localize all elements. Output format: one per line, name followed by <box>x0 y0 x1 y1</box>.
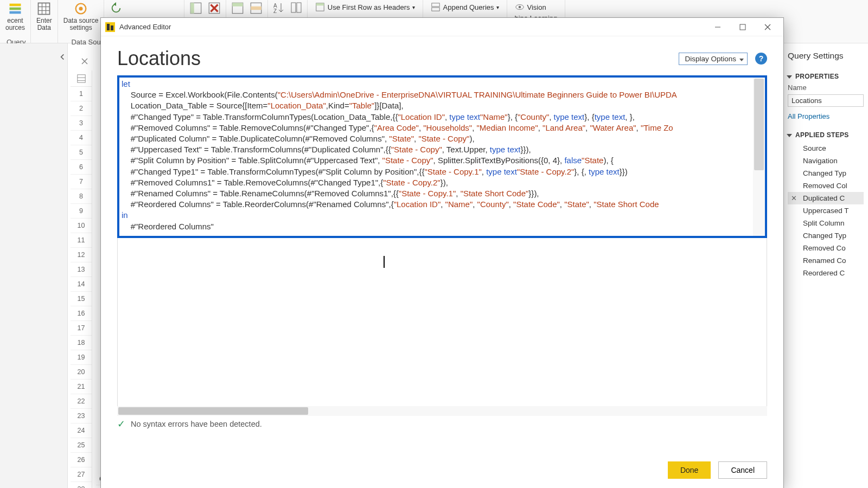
applied-step[interactable]: Removed Col <box>788 179 864 192</box>
svg-rect-0 <box>10 4 21 7</box>
enter-data-icon <box>36 1 52 16</box>
svg-rect-25 <box>291 3 296 12</box>
svg-rect-26 <box>297 3 301 12</box>
done-button[interactable]: Done <box>668 461 711 479</box>
row-number[interactable]: 17 <box>71 321 92 336</box>
applied-step[interactable]: Changed Typ <box>788 229 864 242</box>
powerbi-icon <box>105 22 115 32</box>
query-settings-title: Query Settings <box>788 51 864 61</box>
query-name-input[interactable] <box>788 94 864 107</box>
collapse-queries-icon[interactable] <box>57 49 68 65</box>
maximize-button[interactable] <box>730 18 755 36</box>
applied-step[interactable]: ✕Duplicated C <box>788 192 864 204</box>
applied-step[interactable]: Removed Co <box>788 242 864 254</box>
grid-row-gutter: 1234567891011121314151617181920212223242… <box>71 70 92 488</box>
row-number[interactable]: 13 <box>71 262 92 277</box>
row-number[interactable]: 7 <box>71 175 92 189</box>
row-number[interactable]: 21 <box>71 380 92 394</box>
row-number[interactable]: 15 <box>71 292 92 306</box>
row-number[interactable]: 24 <box>71 423 92 438</box>
ribbon-refresh[interactable] <box>105 1 130 15</box>
applied-step[interactable]: Changed Typ <box>788 167 864 179</box>
row-number[interactable]: 19 <box>71 350 92 365</box>
close-button[interactable] <box>755 18 780 36</box>
formula-bar-area <box>80 57 89 66</box>
all-properties-link[interactable]: All Properties <box>788 112 864 120</box>
keep-rows-icon[interactable] <box>231 1 245 15</box>
applied-step[interactable]: Split Column <box>788 217 864 229</box>
applied-step[interactable]: Source <box>788 142 864 155</box>
svg-rect-35 <box>77 74 85 82</box>
applied-step[interactable]: Uppercased T <box>788 204 864 217</box>
svg-rect-15 <box>190 3 194 14</box>
applied-step[interactable]: Navigation <box>788 155 864 167</box>
svg-point-9 <box>79 7 83 11</box>
code-text[interactable]: let Source = Excel.Workbook(File.Content… <box>119 78 753 236</box>
query-heading: Locations <box>117 47 201 70</box>
remove-columns-icon[interactable] <box>207 1 221 15</box>
row-number[interactable]: 3 <box>71 116 92 131</box>
grid-corner-icon[interactable] <box>71 70 92 87</box>
help-icon[interactable]: ? <box>755 53 767 65</box>
horizontal-scrollbar[interactable] <box>117 406 767 416</box>
ribbon-use-first-row[interactable]: Use First Row as Headers ▾ <box>312 1 418 13</box>
row-number[interactable]: 27 <box>71 467 92 482</box>
display-options-dropdown[interactable]: Display Options <box>679 53 748 65</box>
cancel-button[interactable]: Cancel <box>718 461 767 479</box>
recent-sources-icon <box>8 1 23 16</box>
row-number[interactable]: 23 <box>71 409 92 423</box>
minimize-button[interactable] <box>705 18 730 36</box>
row-number[interactable]: 14 <box>71 277 92 292</box>
row-number[interactable]: 2 <box>71 101 92 116</box>
close-icon[interactable] <box>80 57 89 66</box>
svg-rect-2 <box>10 11 21 14</box>
name-label: Name <box>788 84 864 92</box>
vertical-scrollbar[interactable] <box>753 78 765 236</box>
svg-rect-39 <box>740 24 745 30</box>
row-number[interactable]: 4 <box>71 131 92 145</box>
applied-steps-header[interactable]: APPLIED STEPS <box>788 131 864 139</box>
append-icon <box>431 2 441 12</box>
row-number[interactable]: 18 <box>71 336 92 350</box>
row-number[interactable]: 22 <box>71 394 92 409</box>
svg-rect-28 <box>316 3 324 6</box>
row-number[interactable]: 5 <box>71 145 92 160</box>
dialog-titlebar[interactable]: Advanced Editor <box>101 18 783 36</box>
row-number[interactable]: 12 <box>71 248 92 262</box>
eye-icon <box>515 2 525 12</box>
row-number[interactable]: 1 <box>71 87 92 101</box>
dialog-title: Advanced Editor <box>119 23 705 31</box>
properties-section-header[interactable]: PROPERTIES <box>788 73 864 80</box>
row-number[interactable]: 26 <box>71 453 92 467</box>
ribbon-append-queries[interactable]: Append Queries ▾ <box>427 1 502 13</box>
code-editor-empty-area[interactable] <box>117 238 767 406</box>
row-number[interactable]: 16 <box>71 306 92 321</box>
applied-steps-list: SourceNavigationChanged TypRemoved Col✕D… <box>788 142 864 279</box>
remove-rows-icon[interactable] <box>249 1 263 15</box>
chevron-down-icon: ▾ <box>412 4 415 10</box>
delete-step-icon[interactable]: ✕ <box>791 194 797 202</box>
code-editor[interactable]: let Source = Excel.Workbook(File.Content… <box>117 75 767 238</box>
row-number[interactable]: 20 <box>71 365 92 380</box>
sort-icon[interactable]: AZ <box>272 1 285 14</box>
syntax-status: ✓ No syntax errors have been detected. <box>117 418 767 430</box>
row-number[interactable]: 10 <box>71 219 92 233</box>
headers-icon <box>315 2 325 12</box>
choose-columns-icon[interactable] <box>189 1 203 15</box>
svg-rect-3 <box>39 3 50 15</box>
svg-rect-29 <box>431 3 439 7</box>
row-number[interactable]: 6 <box>71 160 92 175</box>
svg-point-32 <box>518 6 521 9</box>
split-column-icon[interactable] <box>290 1 303 14</box>
svg-text:Z: Z <box>273 8 277 14</box>
row-number[interactable]: 25 <box>71 438 92 453</box>
row-number[interactable]: 28 <box>71 482 92 488</box>
query-settings-panel: Query Settings PROPERTIES Name All Prope… <box>778 43 868 488</box>
ribbon-vision[interactable]: Vision <box>512 1 550 13</box>
applied-step[interactable]: Reordered C <box>788 267 864 279</box>
row-number[interactable]: 9 <box>71 204 92 219</box>
applied-step[interactable]: Renamed Co <box>788 254 864 267</box>
row-number[interactable]: 8 <box>71 189 92 204</box>
svg-rect-30 <box>431 8 439 11</box>
row-number[interactable]: 11 <box>71 233 92 248</box>
